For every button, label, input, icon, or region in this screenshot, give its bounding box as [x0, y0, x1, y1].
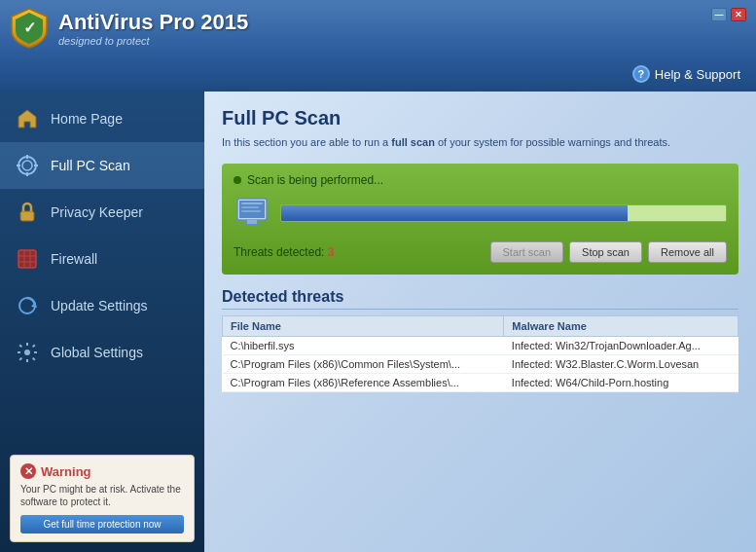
- svg-point-15: [24, 350, 30, 355]
- update-icon: [14, 292, 41, 319]
- update-label: Update Settings: [51, 298, 148, 313]
- stop-scan-button[interactable]: Stop scan: [569, 241, 642, 263]
- svg-point-2: [22, 161, 32, 170]
- scan-progress-row: [234, 195, 727, 232]
- warning-title-text: Warning: [41, 464, 91, 479]
- sidebar-item-global[interactable]: Global Settings: [0, 329, 204, 376]
- shield-icon: ✓: [10, 7, 49, 50]
- close-button[interactable]: ✕: [731, 8, 746, 21]
- warning-icon: ✕: [20, 463, 36, 479]
- title-bar: ✓ AntiVirus Pro 2015 designed to protect…: [0, 0, 756, 56]
- settings-icon: [14, 339, 41, 366]
- desc-part2: of your system for possible warnings and…: [435, 136, 670, 148]
- help-icon: ?: [632, 65, 650, 83]
- sidebar-item-privacy[interactable]: Privacy Keeper: [0, 189, 204, 236]
- home-icon: [14, 105, 41, 132]
- firewall-icon: [14, 245, 41, 273]
- content-area: Full PC Scan In this section you are abl…: [204, 92, 756, 552]
- scan-footer: Threats detected: 3 Start scan Stop scan…: [234, 241, 727, 263]
- warning-text: Your PC might be at risk. Activate the s…: [20, 483, 184, 508]
- help-label: Help & Support: [655, 67, 740, 82]
- malware-cell: Infected: W32.Blaster.C.Worm.Lovesan: [504, 355, 738, 374]
- col-malware: Malware Name: [504, 316, 738, 337]
- warning-title: ✕ Warning: [20, 463, 184, 479]
- file-cell: C:\Program Files (x86)\Common Files\Syst…: [223, 355, 504, 374]
- app-title: AntiVirus Pro 2015: [58, 10, 248, 35]
- sidebar: Home Page Full PC Scan: [0, 92, 204, 552]
- sidebar-item-home[interactable]: Home Page: [0, 95, 204, 142]
- svg-point-1: [18, 157, 36, 174]
- section-title: Full PC Scan: [222, 107, 738, 129]
- privacy-label: Privacy Keeper: [51, 204, 143, 220]
- section-desc: In this section you are able to run a fu…: [222, 135, 738, 150]
- desc-bold: full scan: [391, 136, 435, 148]
- threats-section-title: Detected threats: [222, 288, 738, 310]
- file-cell: C:\hiberfil.sys: [223, 337, 504, 355]
- home-label: Home Page: [51, 111, 123, 127]
- threats-count: 3: [328, 245, 335, 259]
- main-layout: Home Page Full PC Scan: [0, 92, 756, 552]
- sidebar-item-firewall[interactable]: Firewall: [0, 236, 204, 282]
- svg-rect-20: [241, 202, 263, 204]
- threats-table: File Name Malware Name C:\hiberfil.sys I…: [222, 315, 738, 392]
- window-controls: — ✕: [711, 8, 746, 21]
- svg-rect-8: [18, 250, 36, 268]
- scan-status-text: Scan is being performed...: [247, 173, 383, 187]
- progress-bar-fill: [281, 205, 628, 221]
- pc-icon: [234, 195, 270, 232]
- svg-rect-19: [243, 224, 261, 226]
- threats-label: Threats detected:: [234, 245, 324, 259]
- global-label: Global Settings: [51, 345, 143, 360]
- remove-all-button[interactable]: Remove all: [648, 241, 727, 263]
- app-subtitle: designed to protect: [58, 35, 248, 47]
- scan-icon: [14, 152, 41, 179]
- start-scan-button[interactable]: Start scan: [490, 241, 564, 263]
- svg-rect-21: [241, 206, 259, 208]
- table-row: C:\hiberfil.sys Infected: Win32/TrojanDo…: [223, 337, 738, 355]
- minimize-button[interactable]: —: [711, 8, 727, 21]
- lock-icon: [14, 199, 41, 226]
- malware-cell: Infected: W64/Child-Porn.hosting: [504, 374, 738, 392]
- table-row: C:\Program Files (x86)\Common Files\Syst…: [223, 355, 738, 374]
- threats-detected: Threats detected: 3: [234, 245, 334, 259]
- svg-text:✓: ✓: [23, 19, 36, 36]
- file-cell: C:\Program Files (x86)\Reference Assembl…: [223, 374, 504, 392]
- help-bar: ? Help & Support: [0, 56, 756, 92]
- scan-dot: [234, 176, 241, 184]
- svg-rect-22: [241, 210, 261, 212]
- col-filename: File Name: [223, 316, 504, 337]
- scan-status-row: Scan is being performed...: [234, 173, 727, 187]
- malware-cell: Infected: Win32/TrojanDownloader.Ag...: [504, 337, 738, 355]
- title-text-group: AntiVirus Pro 2015 designed to protect: [58, 10, 248, 47]
- warning-box: ✕ Warning Your PC might be at risk. Acti…: [10, 455, 195, 542]
- scan-box: Scan is being performed...: [222, 164, 738, 275]
- help-support-link[interactable]: ? Help & Support: [632, 65, 740, 83]
- protection-button[interactable]: Get full time protection now: [20, 515, 184, 534]
- svg-rect-7: [20, 211, 34, 221]
- table-row: C:\Program Files (x86)\Reference Assembl…: [223, 374, 738, 392]
- desc-part1: In this section you are able to run a: [222, 136, 391, 148]
- svg-rect-18: [247, 220, 257, 224]
- fullscan-label: Full PC Scan: [51, 158, 130, 173]
- progress-bar-container: [280, 204, 727, 222]
- title-left: ✓ AntiVirus Pro 2015 designed to protect: [10, 7, 248, 50]
- scan-buttons: Start scan Stop scan Remove all: [490, 241, 727, 263]
- firewall-label: Firewall: [51, 251, 97, 267]
- sidebar-item-fullscan[interactable]: Full PC Scan: [0, 142, 204, 189]
- sidebar-item-update[interactable]: Update Settings: [0, 282, 204, 329]
